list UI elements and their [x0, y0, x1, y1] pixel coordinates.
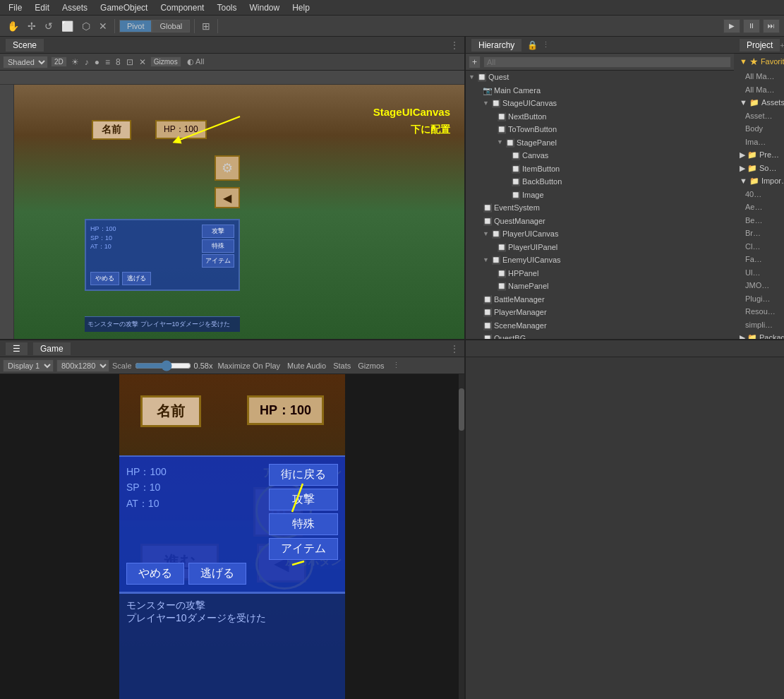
project-packages[interactable]: ▶ 📁 Packages — [734, 331, 784, 339]
scene-shaded-select[interactable]: Shaded — [3, 56, 48, 68]
game-escape-btn[interactable]: 逃げる — [188, 563, 246, 585]
h-item-playeruipanel[interactable]: 🔲 PlayerUIPanel — [466, 241, 734, 254]
game-resolution-select[interactable]: 800x1280 — [56, 359, 109, 372]
scene-special-btn[interactable]: 特殊 — [202, 239, 234, 253]
tool-rect[interactable]: ⬡ — [79, 19, 93, 33]
project-jmo[interactable]: JMO… — [734, 279, 784, 292]
menu-window[interactable]: Window — [243, 1, 285, 14]
project-so[interactable]: ▶ 📁 So… — [734, 162, 784, 175]
scene-escape-btn[interactable]: 逃げる — [122, 272, 151, 285]
project-content[interactable]: ▼ ★ Favorite… All Ma… All Ma… ▼ 📁 Assets… — [734, 54, 784, 339]
project-import[interactable]: ▼ 📁 Impor… — [734, 174, 784, 188]
scene-viewport[interactable]: 名前 HP：100 ⚙ ◀ HP：100 SP：10 — [0, 71, 464, 339]
h-item-main-camera[interactable]: 📷 Main Camera — [466, 84, 734, 97]
game-cancel-btn[interactable]: やめる — [126, 563, 184, 585]
project-simpli[interactable]: simpli… — [734, 318, 784, 332]
grid-icon[interactable]: ⊞ — [199, 19, 213, 33]
tab-hierarchy[interactable]: Hierarchy — [471, 39, 521, 52]
tab-scene[interactable]: Scene — [6, 39, 44, 52]
h-item-itembutton[interactable]: 🔲 ItemButton — [466, 162, 734, 176]
game-special-btn[interactable]: 特殊 — [269, 513, 338, 535]
project-40[interactable]: 40… — [734, 188, 784, 201]
project-ae[interactable]: Ae… — [734, 201, 784, 214]
project-allma1[interactable]: All Ma… — [734, 70, 784, 83]
project-resou[interactable]: Resou… — [734, 305, 784, 318]
tool-custom[interactable]: ✕ — [96, 19, 110, 33]
h-item-image[interactable]: 🔲 Image — [466, 189, 734, 202]
project-plugi[interactable]: Plugi… — [734, 292, 784, 306]
h-item-totownbutton[interactable]: 🔲 ToTownButton — [466, 123, 734, 136]
menu-tools[interactable]: Tools — [211, 1, 242, 14]
project-cl[interactable]: Cl… — [734, 240, 784, 253]
scene-8-icon[interactable]: 8 — [114, 57, 122, 67]
menu-edit[interactable]: Edit — [29, 1, 55, 14]
h-item-playeruicanvas[interactable]: ▼ 🔲 PlayerUICanvas — [466, 227, 734, 241]
h-item-nextbutton[interactable]: 🔲 NextButton — [466, 110, 734, 124]
h-item-playermanager[interactable]: 🔲 PlayerManager — [466, 306, 734, 319]
scene-audio-icon[interactable]: ♪ — [83, 57, 90, 67]
scene-light-icon[interactable]: ☀ — [70, 57, 80, 67]
tab-game-label[interactable]: Game — [33, 342, 71, 355]
tab-game[interactable]: ☰ — [6, 342, 28, 355]
menu-gameobject[interactable]: GameObject — [95, 1, 153, 14]
scale-slider[interactable] — [135, 360, 191, 371]
game-attack-btn[interactable]: 攻撃 — [269, 489, 338, 510]
project-add-btn[interactable]: + — [780, 41, 784, 49]
menu-file[interactable]: File — [3, 1, 28, 14]
h-item-stageuicanvas[interactable]: ▼ 🔲 StageUICanvas — [466, 97, 734, 110]
play-button[interactable]: ▶ — [723, 19, 740, 33]
h-item-eventsystem[interactable]: 🔲 EventSystem — [466, 201, 734, 215]
tool-hand[interactable]: ✋ — [4, 19, 22, 33]
project-br[interactable]: Br… — [734, 227, 784, 240]
scene-panel-more[interactable]: ⋮ — [450, 40, 459, 50]
scene-attack-btn[interactable]: 攻撃 — [202, 225, 234, 238]
game-town-btn[interactable]: 街に戻る — [269, 464, 338, 486]
hierarchy-content[interactable]: ▼ 🔲 Quest 📷 Main Camera ▼ 🔲 StageUICanva… — [466, 71, 734, 339]
h-item-battlemanager[interactable]: 🔲 BattleManager — [466, 293, 734, 306]
maximize-on-play-btn[interactable]: Maximize On Play — [215, 362, 282, 370]
h-item-questmanager[interactable]: 🔲 QuestManager — [466, 215, 734, 228]
game-item-battle-btn[interactable]: アイテム — [269, 538, 338, 560]
project-assets[interactable]: ▼ 📁 Assets — [734, 96, 784, 109]
scene-x-icon[interactable]: ✕ — [138, 57, 147, 67]
mute-audio-btn[interactable]: Mute Audio — [285, 362, 328, 370]
game-more[interactable]: ⋮ — [450, 344, 459, 354]
hierarchy-lock-icon[interactable]: 🔒 — [527, 40, 538, 50]
game-toolbar-more[interactable]: ⋮ — [392, 361, 400, 370]
hierarchy-more[interactable]: ⋮ — [542, 40, 550, 49]
tool-move[interactable]: ✢ — [25, 19, 39, 33]
project-asset[interactable]: Asset… — [734, 109, 784, 123]
tool-rotate[interactable]: ↺ — [42, 19, 56, 33]
scene-grid2-icon[interactable]: ⊡ — [125, 57, 135, 67]
h-item-scenemanager[interactable]: 🔲 SceneManager — [466, 319, 734, 333]
project-body[interactable]: Body — [734, 122, 784, 136]
h-item-backbutton[interactable]: 🔲 BackButton — [466, 175, 734, 189]
scene-item-btn[interactable]: アイテム — [202, 254, 234, 268]
project-pre[interactable]: ▶ 📁 Pre… — [734, 148, 784, 162]
project-ul[interactable]: Ul… — [734, 266, 784, 280]
h-item-canvas[interactable]: 🔲 Canvas — [466, 149, 734, 162]
project-be[interactable]: Be… — [734, 214, 784, 227]
hierarchy-search-input[interactable] — [483, 56, 731, 68]
step-button[interactable]: ⏭ — [763, 19, 780, 33]
hierarchy-add-btn[interactable]: + — [469, 56, 481, 68]
game-viewport[interactable]: 名前 HP：100 アイテムボタン ⚙ 進む ◀ 戻るボタン — [0, 374, 464, 699]
game-scrollbar[interactable] — [459, 374, 464, 699]
tab-project[interactable]: Project — [740, 39, 780, 52]
pivot-button[interactable]: Pivot — [119, 20, 152, 32]
scene-gizmos-btn[interactable]: Gizmos — [150, 56, 181, 67]
menu-component[interactable]: Component — [155, 1, 210, 14]
menu-assets[interactable]: Assets — [56, 1, 93, 14]
project-favorites[interactable]: ▼ ★ Favorite… — [734, 54, 784, 70]
scene-cancel-btn[interactable]: やめる — [90, 272, 119, 285]
h-item-namepanel[interactable]: 🔲 NamePanel — [466, 280, 734, 293]
h-item-quest[interactable]: ▼ 🔲 Quest — [466, 71, 734, 84]
pause-button[interactable]: ⏸ — [743, 19, 760, 33]
game-display-select[interactable]: Display 1 — [3, 359, 54, 372]
scene-menu-icon[interactable]: ≡ — [104, 57, 111, 67]
global-button[interactable]: Global — [152, 20, 190, 32]
h-item-enemyuicanvas[interactable]: ▼ 🔲 EnemyUICanvas — [466, 253, 734, 267]
game-gizmos-btn[interactable]: Gizmos — [356, 362, 386, 370]
project-ima[interactable]: Ima… — [734, 136, 784, 149]
tool-scale[interactable]: ⬜ — [59, 19, 76, 33]
